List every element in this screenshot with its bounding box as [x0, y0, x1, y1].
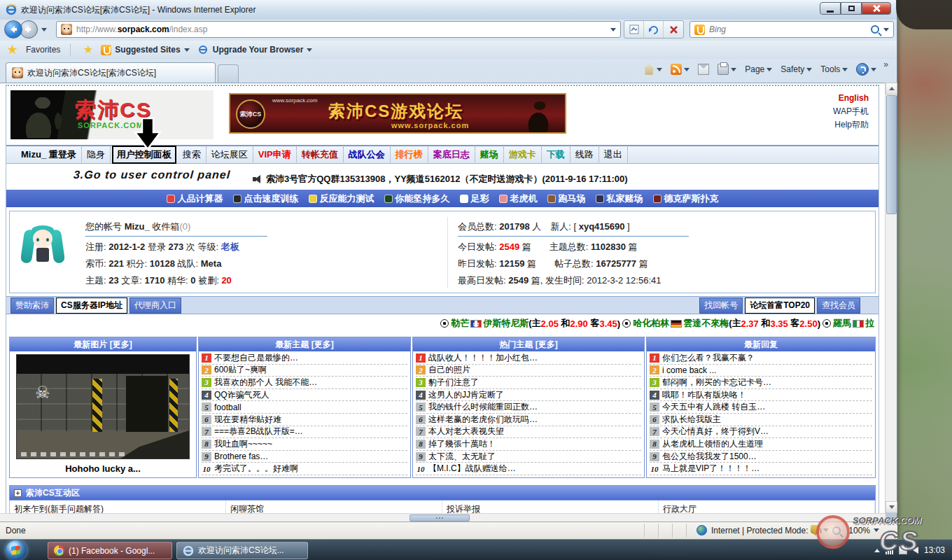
announcement[interactable]: 索沛3号官方QQ群135313908，YY频道5162012（不定时送游戏卡）(… — [253, 173, 628, 186]
reply-link[interactable]: 你们怎么看？我赢不赢？ — [662, 352, 755, 364]
feeds-button[interactable] — [668, 62, 692, 76]
english-link[interactable]: English — [833, 92, 869, 105]
topic-link[interactable]: 不要想自己是最惨的… — [214, 352, 298, 364]
collapse-icon[interactable] — [14, 489, 22, 497]
nav-menu-item[interactable]: Mizu_ 重登录 — [16, 147, 82, 162]
topic-link[interactable]: ===恭喜2B战队开版=… — [214, 426, 303, 438]
forum-banner-ad[interactable]: 索沛CS www.sorpack.com 索沛CS游戏论坛 www.sorpac… — [229, 93, 566, 134]
new-tab-button[interactable] — [218, 64, 239, 83]
forum-link[interactable]: 投诉举报 — [442, 500, 659, 513]
reply-link[interactable]: 郁闷啊，刚买的卡忘记卡号… — [662, 377, 771, 388]
reply-link[interactable]: 今天五中有人跳楼 转自玉… — [662, 401, 765, 413]
toolbar-button[interactable]: 赞助索沛 — [10, 298, 54, 314]
nav-menu-item[interactable]: 赌场 — [475, 147, 504, 162]
security-zone[interactable]: Internet | Protected Mode: On — [696, 525, 822, 536]
page-menu[interactable]: Page — [742, 63, 775, 76]
command-overflow-chevron[interactable]: » — [882, 59, 890, 79]
image-caption[interactable]: Hohoho lucky a... — [10, 463, 196, 474]
user-account-line[interactable]: 您的帐号 Mizu_ 收件箱(0) — [85, 218, 435, 235]
back-button[interactable] — [4, 20, 22, 38]
nav-menu-item[interactable]: 线路 — [570, 147, 599, 162]
start-button[interactable] — [6, 540, 27, 560]
help-menu[interactable] — [853, 62, 879, 77]
nav-menu-item[interactable]: 隐身 — [82, 147, 111, 162]
toolbar-button[interactable]: 论坛首富TOP20 — [745, 298, 815, 314]
toolbar-button[interactable]: CS服务器IP地址 — [56, 298, 127, 314]
upgrade-browser-button[interactable]: Upgrade Your Browser — [194, 44, 317, 55]
reply-link[interactable]: 哦耶！咋队有版块咯！ — [662, 389, 746, 401]
quick-link[interactable]: 足彩 — [460, 192, 489, 205]
quick-link[interactable]: 人品计算器 — [167, 192, 223, 205]
topic-link[interactable]: 现在要精华贴好难 — [214, 414, 281, 426]
nav-menu-item[interactable]: 游戏卡 — [504, 147, 542, 162]
reply-link[interactable]: 今天心情真好，终于得到V… — [662, 426, 769, 438]
topic-link[interactable]: 太下流、太无耻了 — [428, 451, 496, 463]
nav-menu-item[interactable]: 搜索 — [178, 147, 206, 162]
quick-link[interactable]: 点击速度训练 — [233, 192, 299, 205]
topic-link[interactable]: 这样老赢的老虎你们敢玩吗… — [428, 414, 538, 426]
quick-link[interactable]: 老虎机 — [499, 192, 538, 205]
add-favorite-icon[interactable] — [83, 46, 92, 55]
wap-link[interactable]: WAP手机 — [833, 105, 869, 118]
title-bar[interactable]: 欢迎访问索沛CS论坛[索沛CS论坛] - Windows Internet Ex… — [0, 0, 897, 20]
topic-link[interactable]: 我吐血啊~~~~~ — [214, 438, 272, 450]
betting-odds-ticker[interactable]: 勒芒D2伊斯特尼斯(主2.05 和2.90 客3.45)哈化柏林雲達不來梅(主2… — [6, 317, 874, 332]
nav-menu-item[interactable]: 战队公会 — [344, 147, 391, 162]
reply-link[interactable]: 包公又给我我发了1500… — [662, 451, 757, 463]
topic-link[interactable]: 这男人的JJ肯定断了 — [428, 389, 504, 401]
active-tab[interactable]: 欢迎访问索沛CS论坛[索沛CS论坛] — [6, 62, 216, 83]
help-link[interactable]: Help帮助 — [833, 118, 869, 132]
topic-link[interactable]: Brothere fas… — [214, 451, 268, 461]
safety-menu[interactable]: Safety — [778, 63, 815, 76]
topic-link[interactable]: 600贴了~爽啊 — [214, 365, 267, 377]
latest-topics-header[interactable]: 最新主题 [更多] — [199, 337, 410, 351]
search-icon[interactable] — [871, 25, 879, 34]
horizontal-scroll-thumb[interactable] — [410, 514, 470, 522]
compatibility-view-button[interactable] — [624, 21, 644, 38]
stop-button[interactable] — [664, 21, 683, 38]
home-button[interactable] — [640, 62, 665, 76]
read-mail-button[interactable] — [695, 62, 712, 76]
nav-menu-item[interactable]: 下载 — [542, 147, 570, 162]
game-screenshot-thumbnail[interactable]: ☠ — [16, 354, 190, 459]
vertical-scroll-thumb[interactable] — [886, 95, 897, 214]
topic-link[interactable]: 我喜欢的那个人 我能不能… — [214, 377, 317, 388]
reply-link[interactable]: 马上就是VIP了！！！！… — [662, 463, 760, 475]
hot-topics-header[interactable]: 热门主题 [更多] — [413, 337, 644, 351]
nav-menu-item[interactable]: 退出 — [599, 147, 628, 162]
topic-link[interactable]: 【M.I.C】战队赠送给… — [428, 463, 516, 475]
minimize-button[interactable] — [820, 2, 841, 15]
refresh-button[interactable] — [644, 21, 664, 38]
quick-link[interactable]: 私家赌场 — [596, 192, 643, 205]
interact-section-header[interactable]: 索沛CS互动区 — [9, 485, 876, 500]
tools-menu[interactable]: Tools — [818, 63, 850, 76]
reply-link[interactable]: 从老虎机上领悟的人生道理 — [662, 438, 763, 450]
recent-pages-dropdown[interactable] — [38, 28, 50, 31]
nav-menu-item[interactable]: 案底日志 — [428, 147, 475, 162]
search-dropdown-caret[interactable] — [883, 28, 889, 31]
horizontal-scrollbar[interactable] — [0, 513, 886, 522]
toolbar-button[interactable]: 找回帐号 — [699, 298, 743, 314]
toolbar-button[interactable]: 代理商入口 — [130, 298, 181, 314]
forum-link[interactable]: 闲聊茶馆 — [226, 500, 442, 513]
favorites-button[interactable]: Favorites — [22, 45, 64, 55]
topic-link[interactable]: 我的钱什么时候能重回正数… — [428, 401, 538, 413]
quick-link[interactable]: 你能坚持多久 — [384, 192, 450, 205]
suggested-sites-button[interactable]: Suggested Sites — [97, 45, 193, 55]
scroll-up-button[interactable] — [886, 83, 897, 94]
nav-menu-item[interactable]: VIP申请 — [253, 147, 297, 162]
quick-link[interactable]: 反应能力测试 — [309, 192, 374, 205]
url-text[interactable]: http://www.sorpack.com/index.asp — [76, 24, 207, 34]
topic-link[interactable]: 本人对老大表视失望 — [428, 426, 504, 438]
vertical-scrollbar[interactable] — [885, 83, 897, 513]
topic-link[interactable]: football — [214, 402, 241, 412]
quick-link[interactable]: 跑马场 — [547, 192, 586, 205]
latest-images-header[interactable]: 最新图片 [更多] — [10, 337, 196, 351]
close-button[interactable] — [862, 2, 891, 15]
maximize-button[interactable] — [841, 2, 862, 15]
search-input[interactable]: Bing — [709, 24, 871, 34]
topic-link[interactable]: 考完试了。。。好难啊 — [214, 463, 298, 475]
topic-link[interactable]: 豹子们注意了 — [428, 377, 479, 388]
nav-menu-item[interactable]: 排行榜 — [391, 147, 428, 162]
forum-link[interactable]: 初来乍到(新手问题解答) — [10, 500, 226, 513]
